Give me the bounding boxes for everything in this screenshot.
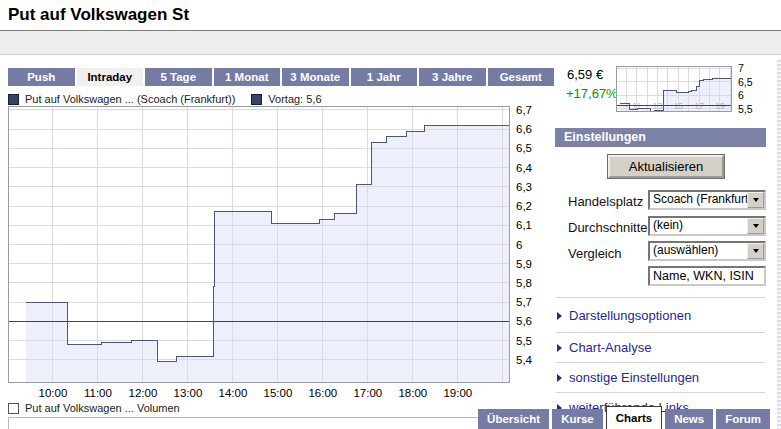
svg-text:5,8: 5,8 [516, 277, 532, 289]
period-tab-5tage[interactable]: 5 Tage [145, 68, 212, 86]
period-tab-1jahr[interactable]: 1 Jahr [351, 68, 418, 86]
tab-charts[interactable]: Charts [606, 406, 662, 429]
volume-chart [8, 417, 511, 429]
svg-text:12:00: 12:00 [129, 387, 158, 399]
divider [556, 392, 765, 393]
tab-forum[interactable]: Forum [716, 409, 770, 429]
link-label: Darstellungsoptionen [569, 308, 691, 323]
svg-text:11:00: 11:00 [84, 387, 112, 399]
link-label: sonstige Einstellungen [569, 370, 699, 385]
svg-text:14:00: 14:00 [219, 387, 248, 399]
period-tab-3jahre[interactable]: 3 Jahre [419, 68, 486, 86]
svg-text:7: 7 [738, 62, 744, 74]
svg-text:5,6: 5,6 [516, 315, 532, 327]
arrow-right-icon [557, 312, 562, 320]
compare-search-input[interactable] [648, 266, 766, 286]
link-label: Chart-Analyse [569, 340, 651, 355]
svg-text:13:00: 13:00 [174, 387, 203, 399]
link-chart-analyse[interactable]: Chart-Analyse [557, 340, 651, 355]
meta-bar [0, 31, 781, 55]
svg-text:6,1: 6,1 [516, 219, 532, 231]
header-bar: Put auf Volkswagen St [0, 0, 781, 31]
durchschnitte-value: (kein) [650, 218, 747, 234]
tab-uebersicht[interactable]: Übersicht [478, 409, 549, 429]
dropdown-button[interactable] [747, 243, 764, 259]
page-edge [777, 60, 781, 429]
svg-text:17:00: 17:00 [353, 387, 382, 399]
period-tab-3monate[interactable]: 3 Monate [282, 68, 349, 86]
period-tab-gesamt[interactable]: Gesamt [488, 68, 555, 86]
chevron-down-icon [753, 224, 759, 228]
arrow-right-icon [557, 344, 562, 352]
svg-text:15:00: 15:00 [264, 387, 293, 399]
handelsplatz-value: Scoach (Frankfurt) [650, 192, 747, 208]
handelsplatz-label: Handelsplatz [568, 194, 643, 209]
durchschnitte-label: Durchschnitte [568, 220, 647, 235]
divider [556, 332, 765, 333]
svg-text:16:00: 16:00 [308, 387, 337, 399]
refresh-button[interactable]: Aktualisieren [608, 155, 724, 178]
period-tab-push[interactable]: Push [8, 68, 75, 86]
period-tabbar: Push Intraday 5 Tage 1 Monat 3 Monate 1 … [8, 68, 554, 86]
svg-text:19:00: 19:00 [443, 387, 472, 399]
chevron-down-icon [753, 198, 759, 202]
period-tab-intraday[interactable]: Intraday [77, 68, 144, 86]
volume-legend-label: Put auf Volkswagen ... Volumen [25, 402, 180, 414]
tab-kurse[interactable]: Kurse [552, 409, 603, 429]
svg-text:6,5: 6,5 [516, 142, 532, 154]
svg-text:6,5: 6,5 [738, 76, 753, 88]
svg-text:6: 6 [738, 89, 744, 101]
divider [556, 297, 765, 298]
quote-change: +17,67% [566, 86, 618, 101]
durchschnitte-select[interactable]: (kein) [648, 216, 766, 236]
mini-chart: 111315171976,565,5 [616, 61, 768, 119]
volume-color-swatch-icon [8, 403, 19, 414]
page: Put auf Volkswagen St Übersicht Kurse Ch… [0, 0, 781, 429]
svg-text:5,4: 5,4 [516, 354, 533, 366]
svg-text:5,5: 5,5 [738, 103, 753, 115]
svg-text:5,9: 5,9 [516, 258, 532, 270]
link-sonstige-einstellungen[interactable]: sonstige Einstellungen [557, 370, 699, 385]
intraday-chart: 10:0011:0012:0013:0014:0015:0016:0017:00… [8, 103, 553, 403]
vergleich-select[interactable]: (auswählen) [648, 241, 766, 261]
chevron-down-icon [753, 249, 759, 253]
svg-text:6,3: 6,3 [516, 181, 532, 193]
page-title: Put auf Volkswagen St [8, 5, 189, 25]
svg-text:18:00: 18:00 [398, 387, 427, 399]
settings-panel-title: Einstellungen [555, 128, 766, 147]
handelsplatz-select[interactable]: Scoach (Frankfurt) [648, 190, 766, 210]
svg-text:10:00: 10:00 [39, 387, 68, 399]
period-tab-1monat[interactable]: 1 Monat [214, 68, 281, 86]
volume-legend: Put auf Volkswagen ... Volumen [8, 402, 180, 414]
svg-text:6,7: 6,7 [516, 104, 532, 116]
tab-news[interactable]: News [665, 409, 713, 429]
dropdown-button[interactable] [747, 218, 764, 234]
svg-text:5,7: 5,7 [516, 296, 532, 308]
svg-text:5,5: 5,5 [516, 335, 532, 347]
svg-text:6,2: 6,2 [516, 200, 532, 212]
svg-text:6,6: 6,6 [516, 123, 532, 135]
vergleich-label: Vergleich [568, 246, 621, 261]
nav-tabs: Übersicht Kurse Charts News Forum [478, 406, 770, 429]
svg-text:6,4: 6,4 [516, 162, 533, 174]
dropdown-button[interactable] [747, 192, 764, 208]
link-darstellungsoptionen[interactable]: Darstellungsoptionen [557, 308, 691, 323]
vergleich-value: (auswählen) [650, 243, 747, 259]
arrow-right-icon [557, 374, 562, 382]
quote-price: 6,59 € [567, 67, 603, 82]
divider [556, 362, 765, 363]
svg-text:6: 6 [516, 239, 522, 251]
